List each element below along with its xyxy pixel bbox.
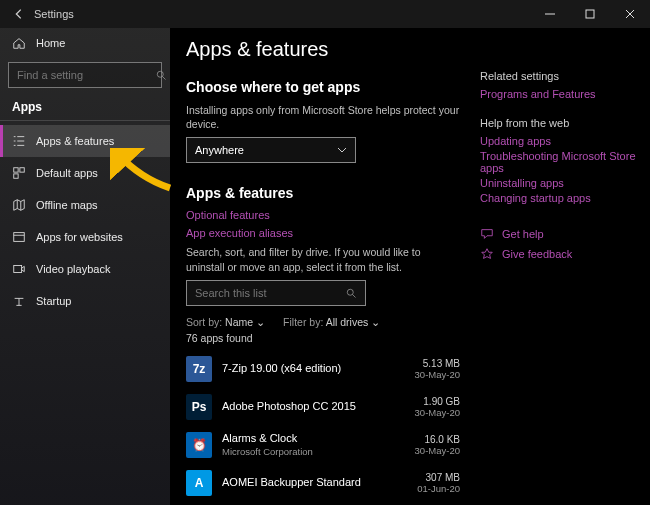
main-content: Apps & features Choose where to get apps… bbox=[170, 28, 480, 505]
svg-rect-2 bbox=[14, 168, 18, 172]
get-help[interactable]: Get help bbox=[480, 227, 638, 241]
defaults-icon bbox=[12, 166, 26, 180]
link-programs-features[interactable]: Programs and Features bbox=[480, 88, 638, 100]
sidebar-search-input[interactable] bbox=[17, 69, 155, 81]
close-button[interactable] bbox=[610, 0, 650, 28]
app-meta: 7-Zip 19.00 (x64 edition) bbox=[222, 362, 405, 375]
chat-icon bbox=[480, 227, 494, 241]
search-icon bbox=[155, 69, 167, 81]
sidebar-item-apps-websites[interactable]: Apps for websites bbox=[0, 221, 170, 253]
svg-rect-4 bbox=[14, 174, 18, 178]
startup-icon bbox=[12, 294, 26, 308]
related-heading: Related settings bbox=[480, 70, 638, 82]
sidebar-separator bbox=[0, 120, 170, 121]
apps-search-input[interactable] bbox=[195, 287, 345, 299]
right-column: Related settings Programs and Features H… bbox=[480, 28, 650, 505]
app-publisher: Microsoft Corporation bbox=[222, 446, 405, 457]
app-date: 30-May-20 bbox=[415, 445, 460, 456]
app-name: AOMEI Backupper Standard bbox=[222, 476, 407, 489]
sidebar-item-label: Offline maps bbox=[36, 199, 98, 211]
search-icon bbox=[345, 287, 357, 299]
where-dropdown[interactable]: Anywhere bbox=[186, 137, 356, 163]
sidebar-item-apps-features[interactable]: Apps & features bbox=[0, 125, 170, 157]
app-row[interactable]: Ps Adobe Photoshop CC 2015 1.90 GB 30-Ma… bbox=[186, 388, 460, 426]
app-icon: A bbox=[186, 470, 212, 496]
app-date: 01-Jun-20 bbox=[417, 483, 460, 494]
app-row[interactable]: 7z 7-Zip 19.00 (x64 edition) 5.13 MB 30-… bbox=[186, 350, 460, 388]
sidebar-item-startup[interactable]: Startup bbox=[0, 285, 170, 317]
sidebar-item-label: Startup bbox=[36, 295, 71, 307]
app-size: 1.90 GB bbox=[415, 396, 460, 407]
chevron-down-icon: ⌄ bbox=[371, 316, 380, 328]
app-size: 16.0 KB bbox=[415, 434, 460, 445]
svg-rect-0 bbox=[586, 10, 594, 18]
maximize-button[interactable] bbox=[570, 0, 610, 28]
video-icon bbox=[12, 262, 26, 276]
app-row[interactable]: ⏰ Alarms & Clock Microsoft Corporation 1… bbox=[186, 426, 460, 464]
sidebar-item-video-playback[interactable]: Video playback bbox=[0, 253, 170, 285]
titlebar: Settings bbox=[0, 0, 650, 28]
app-date: 30-May-20 bbox=[415, 407, 460, 418]
app-size: 5.13 MB bbox=[415, 358, 460, 369]
map-icon bbox=[12, 198, 26, 212]
app-stats: 307 MB 01-Jun-20 bbox=[417, 472, 460, 494]
list-icon bbox=[12, 134, 26, 148]
where-dropdown-value: Anywhere bbox=[195, 144, 244, 156]
link-changing-startup[interactable]: Changing startup apps bbox=[480, 192, 638, 204]
page-title: Apps & features bbox=[186, 38, 460, 61]
svg-rect-5 bbox=[14, 233, 25, 242]
app-meta: Adobe Photoshop CC 2015 bbox=[222, 400, 405, 413]
app-size: 307 MB bbox=[417, 472, 460, 483]
sidebar-search[interactable] bbox=[8, 62, 162, 88]
sidebar-item-default-apps[interactable]: Default apps bbox=[0, 157, 170, 189]
app-name: Adobe Photoshop CC 2015 bbox=[222, 400, 405, 413]
link-uninstalling-apps[interactable]: Uninstalling apps bbox=[480, 177, 638, 189]
app-icon: 7z bbox=[186, 356, 212, 382]
help-heading: Help from the web bbox=[480, 117, 638, 129]
window-title: Settings bbox=[34, 8, 74, 20]
app-date: 30-May-20 bbox=[415, 369, 460, 380]
sidebar-home[interactable]: Home bbox=[0, 28, 170, 58]
back-icon[interactable] bbox=[12, 7, 26, 21]
app-name: Alarms & Clock bbox=[222, 432, 405, 445]
app-stats: 16.0 KB 30-May-20 bbox=[415, 434, 460, 456]
websites-icon bbox=[12, 230, 26, 244]
app-stats: 1.90 GB 30-May-20 bbox=[415, 396, 460, 418]
apps-count: 76 apps found bbox=[186, 332, 460, 344]
app-meta: Alarms & Clock Microsoft Corporation bbox=[222, 432, 405, 457]
minimize-button[interactable] bbox=[530, 0, 570, 28]
sidebar: Home Apps Apps & features Default apps O… bbox=[0, 28, 170, 505]
svg-point-1 bbox=[157, 71, 163, 77]
sidebar-item-label: Apps for websites bbox=[36, 231, 123, 243]
link-optional-features[interactable]: Optional features bbox=[186, 209, 460, 221]
sort-control[interactable]: Sort by: Name ⌄ bbox=[186, 316, 265, 328]
chevron-down-icon bbox=[337, 145, 347, 155]
link-troubleshoot-store[interactable]: Troubleshooting Microsoft Store apps bbox=[480, 150, 638, 174]
app-icon: ⏰ bbox=[186, 432, 212, 458]
chevron-down-icon: ⌄ bbox=[256, 316, 265, 328]
home-icon bbox=[12, 36, 26, 50]
sidebar-item-label: Default apps bbox=[36, 167, 98, 179]
app-meta: AOMEI Backupper Standard bbox=[222, 476, 407, 489]
app-stats: 5.13 MB 30-May-20 bbox=[415, 358, 460, 380]
link-updating-apps[interactable]: Updating apps bbox=[480, 135, 638, 147]
app-list: 7z 7-Zip 19.00 (x64 edition) 5.13 MB 30-… bbox=[186, 350, 460, 505]
apps-desc: Search, sort, and filter by drive. If yo… bbox=[186, 245, 460, 273]
sidebar-nav: Apps & features Default apps Offline map… bbox=[0, 125, 170, 317]
section-heading-where: Choose where to get apps bbox=[186, 79, 460, 95]
sidebar-item-offline-maps[interactable]: Offline maps bbox=[0, 189, 170, 221]
section-desc-where: Installing apps only from Microsoft Stor… bbox=[186, 103, 460, 131]
svg-rect-3 bbox=[20, 168, 24, 172]
app-row[interactable]: A AOMEI Backupper Standard 307 MB 01-Jun… bbox=[186, 464, 460, 502]
section-heading-apps: Apps & features bbox=[186, 185, 460, 201]
feedback-icon bbox=[480, 247, 494, 261]
filter-control[interactable]: Filter by: All drives ⌄ bbox=[283, 316, 380, 328]
give-feedback[interactable]: Give feedback bbox=[480, 247, 638, 261]
sidebar-home-label: Home bbox=[36, 37, 65, 49]
app-icon: Ps bbox=[186, 394, 212, 420]
apps-search[interactable] bbox=[186, 280, 366, 306]
sidebar-section-header: Apps bbox=[0, 94, 170, 118]
svg-rect-6 bbox=[14, 266, 22, 273]
sidebar-item-label: Apps & features bbox=[36, 135, 114, 147]
link-execution-aliases[interactable]: App execution aliases bbox=[186, 227, 460, 239]
